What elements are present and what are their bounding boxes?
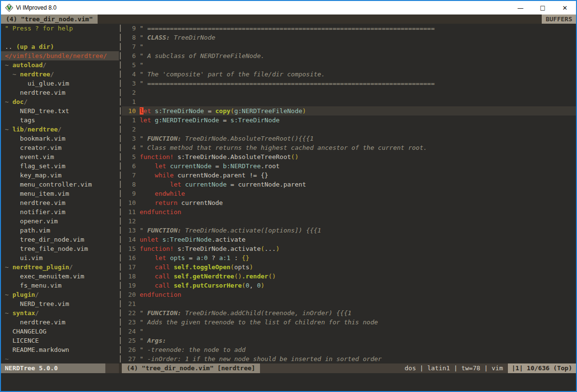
editor-line[interactable]: 6 let currentNode = b:NERDTree.root [122, 161, 576, 171]
tree-file[interactable]: path.vim [1, 226, 119, 235]
tree-file[interactable]: nerdtree.vim [1, 198, 119, 207]
minimize-icon[interactable]: — [509, 1, 532, 15]
tree-file[interactable]: menu_item.vim [1, 189, 119, 198]
editor-line[interactable]: 6" A subclass of NERDTreeFileNode. [122, 51, 576, 60]
tree-dir-syntax[interactable]: ~ syntax/ [1, 308, 119, 318]
tree-up-a-dir[interactable]: .. (up a dir) [1, 42, 119, 51]
editor-line[interactable]: 19 call self.putCursorHere(0, 0) [122, 281, 576, 290]
tree-file[interactable]: ui_glue.vim [1, 79, 119, 88]
code-text: function! s:TreeDirNode.AbsoluteTreeRoot… [140, 152, 576, 161]
tree-file[interactable]: menu_controller.vim [1, 180, 119, 189]
tree-file[interactable]: key_map.vim [1, 171, 119, 180]
editor-line[interactable]: 5function! s:TreeDirNode.AbsoluteTreeRoo… [122, 152, 576, 161]
editor-line[interactable]: 17 call self.toggleOpen(opts) [122, 262, 576, 272]
editor-line[interactable]: 2 [122, 125, 576, 134]
tree-help-line[interactable]: " Press ? for help [1, 24, 119, 33]
code-text: " [140, 327, 576, 336]
editor-line[interactable]: 22" FUNCTION: TreeDirNode.addChild(treen… [122, 308, 576, 318]
nerdtree-panel[interactable]: " Press ? for help.. (up a dir)</vimfile… [1, 24, 119, 363]
editor-line[interactable]: 3" FUNCTION: TreeDirNode.AbsoluteTreeRoo… [122, 134, 576, 143]
tree-blank-line[interactable] [1, 33, 119, 42]
tree-file[interactable]: tree_file_node.vim [1, 244, 119, 253]
editor-line[interactable]: 8 let currentNode = currentNode.parent [122, 180, 576, 189]
editor-line[interactable]: 21 [122, 299, 576, 308]
tree-dir-doc[interactable]: ~ doc/ [1, 97, 119, 106]
tree-file[interactable]: creator.vim [1, 143, 119, 152]
tree-dir-lib-nerdtree[interactable]: ~ lib/nerdtree/ [1, 125, 119, 134]
tree-file[interactable]: fs_menu.vim [1, 281, 119, 290]
tree-file[interactable]: bookmark.vim [1, 134, 119, 143]
tree-empty-tilde[interactable]: ~ [1, 354, 119, 363]
tree-file[interactable]: NERD_tree.txt [1, 106, 119, 116]
titlebar[interactable]: V Vi IMproved 8.0 — □ ✕ [1, 1, 576, 15]
code-text: return currentNode [140, 198, 576, 207]
editor-line[interactable]: 15function! s:TreeDirNode.activate(...) [122, 244, 576, 253]
window-title: Vi IMproved 8.0 [16, 4, 57, 11]
statusline: NERDTree 5.0.0 (4) "tree_dir_node.vim" [… [1, 363, 576, 373]
editor-line[interactable]: 1 [122, 97, 576, 106]
editor-line[interactable]: 12 [122, 217, 576, 226]
line-number: 10 [122, 106, 140, 116]
editor-line[interactable]: 18 call self.getNerdtree().render() [122, 272, 576, 281]
editor-line[interactable]: 13" FUNCTION: TreeDirNode.activate([opti… [122, 226, 576, 235]
editor-line[interactable]: 25" Args: [122, 336, 576, 345]
editor-line[interactable]: 20endfunction [122, 290, 576, 299]
editor-line[interactable]: 7 while currentNode.parent != {} [122, 171, 576, 180]
editor-line[interactable]: 4" Class method that returns the highest… [122, 143, 576, 152]
tree-dir-plugin[interactable]: ~ plugin/ [1, 290, 119, 299]
editor-line[interactable]: 9 endwhile [122, 189, 576, 198]
editor-line[interactable]: 24" [122, 327, 576, 336]
editor-line[interactable]: 11endfunction [122, 207, 576, 217]
line-number: 24 [122, 327, 140, 336]
editor-line[interactable]: 1let g:NERDTreeDirNode = s:TreeDirNode [122, 116, 576, 125]
tree-file[interactable]: tree_dir_node.vim [1, 235, 119, 244]
editor-line[interactable]: 8" CLASS: TreeDirNode [122, 33, 576, 42]
tree-file[interactable]: nerdtree.vim [1, 88, 119, 97]
window-split-separator[interactable] [119, 24, 122, 363]
editor-panel[interactable]: 9" =====================================… [122, 24, 576, 363]
tab-tree-dir-node[interactable]: (4) "tree_dir_node.vim" [1, 15, 98, 24]
tree-root-path[interactable]: </vimfiles/bundle/nerdtree/ [1, 51, 119, 60]
editor-line[interactable]: 4" The 'composite' part of the file/dir … [122, 70, 576, 79]
editor-line[interactable]: 9" =====================================… [122, 24, 576, 33]
editor-line[interactable]: 3" =====================================… [122, 79, 576, 88]
line-number: 5 [122, 60, 140, 70]
line-number: 9 [122, 24, 140, 33]
line-number: 8 [122, 33, 140, 42]
tree-file[interactable]: event.vim [1, 152, 119, 161]
editor-line[interactable]: 23" Adds the given treenode to the list … [122, 318, 576, 327]
editor-line[interactable]: 14unlet s:TreeDirNode.activate [122, 235, 576, 244]
tree-file[interactable]: README.markdown [1, 345, 119, 354]
line-number: 7 [122, 42, 140, 51]
editor-line[interactable]: 7" [122, 42, 576, 51]
editor-line[interactable]: 16 let opts = a:0 ? a:1 : {} [122, 253, 576, 262]
tree-dir-autoload-nerdtree[interactable]: ~ nerdtree/ [1, 70, 119, 79]
tree-dir-autoload[interactable]: ~ autoload/ [1, 60, 119, 70]
close-icon[interactable]: ✕ [554, 1, 576, 15]
editor-line[interactable]: 26" -treenode: the node to add [122, 345, 576, 354]
tree-file[interactable]: opener.vim [1, 217, 119, 226]
editor-line[interactable]: 27" -inOrder: 1 if the new node should b… [122, 354, 576, 363]
maximize-icon[interactable]: □ [532, 1, 554, 15]
tree-dir-nerdtree-plugin[interactable]: ~ nerdtree_plugin/ [1, 262, 119, 272]
tree-file[interactable]: ui.vim [1, 253, 119, 262]
tree-file[interactable]: nerdtree.vim [1, 318, 119, 327]
tree-file[interactable]: tags [1, 116, 119, 125]
tree-file[interactable]: notifier.vim [1, 207, 119, 217]
code-text: let currentNode = currentNode.parent [140, 180, 576, 189]
editor-line[interactable]: 2 [122, 88, 576, 97]
tree-file[interactable]: NERD_tree.vim [1, 299, 119, 308]
editor-line[interactable]: 5" [122, 60, 576, 70]
tree-file[interactable]: CHANGELOG [1, 327, 119, 336]
editor-line[interactable]: 10let s:TreeDirNode = copy(g:NERDTreeFil… [122, 106, 576, 116]
tree-file[interactable]: flag_set.vim [1, 161, 119, 171]
code-text: " CLASS: TreeDirNode [140, 33, 576, 42]
line-number: 26 [122, 345, 140, 354]
tree-file[interactable]: exec_menuitem.vim [1, 272, 119, 281]
tree-file[interactable]: LICENCE [1, 336, 119, 345]
line-number: 13 [122, 226, 140, 235]
nerdtree-statusline: NERDTree 5.0.0 [1, 363, 119, 373]
editor-line[interactable]: 10 return currentNode [122, 198, 576, 207]
line-number: 1 [122, 97, 140, 106]
code-text: let s:TreeDirNode = copy(g:NERDTreeFileN… [140, 106, 576, 116]
